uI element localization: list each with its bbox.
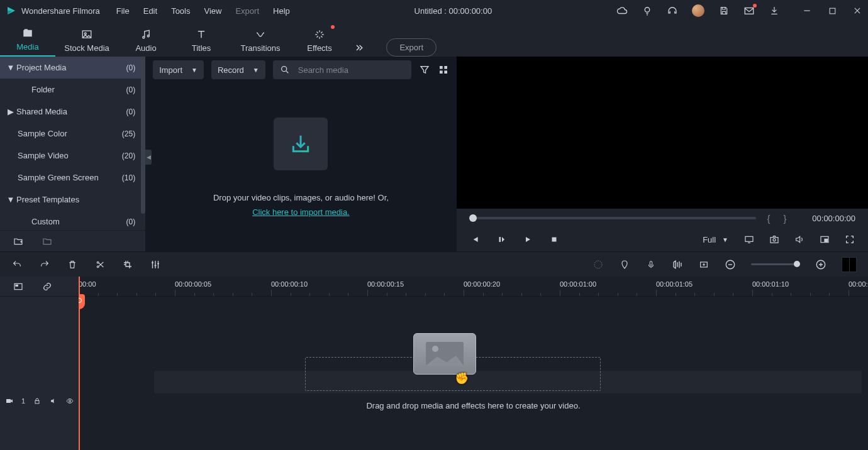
zoom-slider[interactable]	[751, 263, 800, 265]
menu-file[interactable]: File	[116, 6, 130, 16]
play-pause-icon[interactable]	[496, 234, 507, 245]
panel-collapse-handle[interactable]: ◀	[145, 150, 152, 165]
redo-icon[interactable]	[39, 259, 50, 270]
library-item-folder[interactable]: Folder (0)	[0, 79, 145, 101]
app-name: Wondershare Filmora	[21, 6, 100, 16]
user-avatar[interactable]	[692, 4, 704, 17]
search-media-field[interactable]	[273, 60, 411, 79]
prev-frame-icon[interactable]	[469, 234, 481, 245]
mail-icon[interactable]	[743, 5, 755, 16]
preview-quality-dropdown[interactable]: Full ▼	[703, 235, 728, 244]
playhead[interactable]	[79, 277, 80, 450]
snapshot-icon[interactable]	[769, 234, 780, 245]
library-item-count: (10)	[122, 173, 135, 182]
lock-icon[interactable]	[33, 397, 42, 405]
timeline-hint-text: Drag and drop media and effects here to …	[79, 401, 868, 410]
stop-icon[interactable]	[548, 234, 560, 245]
crop-icon[interactable]	[122, 259, 133, 270]
timeline-view-icon[interactable]	[13, 281, 24, 292]
timeline-toolbar	[0, 251, 868, 277]
tab-media[interactable]: Media	[0, 21, 55, 57]
display-settings-icon[interactable]	[743, 234, 755, 245]
render-icon[interactable]	[593, 259, 604, 270]
import-media-link[interactable]: Click here to import media.	[252, 207, 350, 217]
play-icon[interactable]	[522, 234, 533, 245]
delete-folder-icon[interactable]	[42, 236, 53, 247]
library-item-custom[interactable]: Custom (0)	[0, 211, 145, 230]
close-icon[interactable]	[852, 5, 863, 16]
tab-transitions[interactable]: Transitions	[229, 21, 292, 57]
zoom-thumb[interactable]	[794, 261, 800, 267]
link-icon[interactable]	[42, 281, 53, 292]
fullscreen-icon[interactable]	[844, 234, 855, 245]
visibility-icon[interactable]	[65, 397, 74, 405]
cloud-icon[interactable]	[616, 5, 628, 16]
library-item-sample-color[interactable]: Sample Color (25)	[0, 123, 145, 145]
svg-point-20	[97, 266, 99, 268]
svg-rect-1	[745, 8, 754, 14]
menu-help[interactable]: Help	[273, 6, 290, 16]
timeline-ruler[interactable]: 00:0000:00:00:0500:00:00:1000:00:00:1500…	[79, 277, 868, 297]
headset-icon[interactable]	[667, 5, 678, 16]
record-dropdown[interactable]: Record ▼	[211, 60, 265, 79]
library-item-shared-media[interactable]: ▶ Shared Media (0)	[0, 101, 145, 123]
audio-mixer-icon[interactable]	[672, 259, 683, 270]
add-marker-icon[interactable]	[698, 259, 709, 270]
scrub-thumb[interactable]	[469, 214, 477, 222]
library-item-preset-templates[interactable]: ▼ Preset Templates	[0, 189, 145, 211]
zoom-out-icon[interactable]	[725, 259, 736, 270]
tab-titles[interactable]: Titles	[174, 21, 229, 57]
sparkle-icon	[314, 28, 325, 41]
library-item-sample-green-screen[interactable]: Sample Green Screen (10)	[0, 167, 145, 189]
delete-icon[interactable]	[67, 259, 78, 270]
library-item-sample-video[interactable]: Sample Video (20)	[0, 145, 145, 167]
timeline-canvas[interactable]: 00:0000:00:00:0500:00:00:1000:00:00:1500…	[79, 277, 868, 450]
split-icon[interactable]	[94, 259, 106, 270]
music-note-icon	[140, 28, 152, 41]
export-button[interactable]: Export	[386, 38, 437, 57]
mark-out-icon[interactable]: }	[781, 213, 789, 224]
svg-point-21	[594, 261, 602, 268]
chevron-down-icon: ▼	[253, 67, 259, 74]
import-dropdown[interactable]: Import ▼	[153, 60, 204, 79]
grid-view-icon[interactable]	[438, 64, 449, 75]
menu-edit[interactable]: Edit	[143, 6, 157, 16]
scrollbar[interactable]	[141, 57, 145, 214]
mark-in-icon[interactable]: {	[765, 213, 772, 224]
tab-audio[interactable]: Audio	[118, 21, 174, 57]
menu-tools[interactable]: Tools	[171, 6, 190, 16]
adjust-icon[interactable]	[150, 259, 161, 270]
import-media-button[interactable]	[274, 118, 328, 170]
tab-stock-media[interactable]: Stock Media	[55, 21, 118, 57]
scrub-slider[interactable]	[469, 217, 756, 219]
search-input[interactable]	[297, 65, 405, 75]
video-track-header[interactable]: 1	[5, 395, 74, 407]
mute-icon[interactable]	[49, 397, 58, 405]
save-icon[interactable]	[718, 5, 730, 16]
playhead-handle[interactable]	[79, 294, 85, 309]
svg-rect-22	[650, 261, 652, 265]
chevron-down-icon: ▼	[722, 236, 728, 243]
maximize-icon[interactable]	[826, 5, 838, 16]
media-drop-zone[interactable]: Drop your video clips, images, or audio …	[145, 83, 457, 251]
pip-icon[interactable]	[819, 234, 830, 245]
preview-timecode: 00:00:00:00	[798, 214, 855, 223]
library-item-project-media[interactable]: ▼ Project Media (0)	[0, 57, 145, 79]
ruler-label: 00:00:01:10	[752, 280, 789, 288]
menu-view[interactable]: View	[204, 6, 221, 16]
more-tabs-icon[interactable]	[350, 42, 369, 53]
library-item-label: Sample Color	[18, 129, 122, 138]
voiceover-icon[interactable]	[645, 259, 657, 270]
download-icon[interactable]	[769, 5, 780, 16]
minimize-icon[interactable]	[801, 5, 813, 16]
filter-icon[interactable]	[419, 64, 430, 75]
undo-icon[interactable]	[11, 259, 23, 270]
volume-icon[interactable]	[794, 234, 805, 245]
zoom-fit-icon[interactable]	[842, 257, 857, 272]
new-folder-icon[interactable]	[13, 236, 24, 247]
zoom-in-icon[interactable]	[815, 259, 826, 270]
tab-effects[interactable]: Effects	[292, 21, 347, 57]
lightbulb-icon[interactable]	[642, 5, 653, 16]
marker-icon[interactable]	[619, 259, 630, 270]
svg-rect-9	[444, 66, 447, 69]
